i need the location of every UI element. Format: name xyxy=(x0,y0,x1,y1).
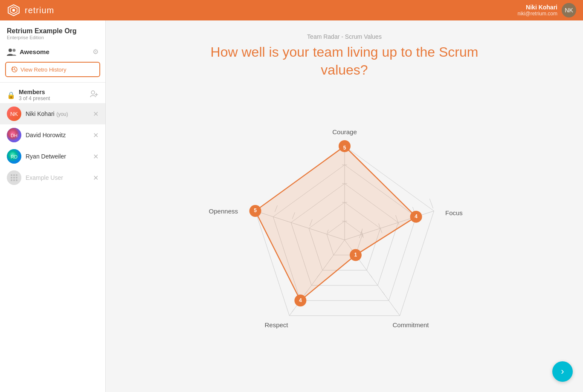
user-name: Niki Kohari xyxy=(517,4,557,11)
avatar xyxy=(7,170,21,185)
header: retrium Niki Kohari niki@retrium.com NK xyxy=(0,0,583,20)
divider xyxy=(0,82,105,83)
member-name-group: Niki Kohari (you) xyxy=(26,110,68,118)
avatar: NK xyxy=(562,3,576,17)
svg-line-46 xyxy=(382,291,385,294)
lock-icon: 🔒 xyxy=(7,91,15,99)
members-left: 🔒 Members 3 of 4 present xyxy=(7,89,50,101)
sidebar: Retrium Example Org Enterprise Edition A… xyxy=(0,20,106,392)
axis-label-respect: Respect xyxy=(264,321,288,329)
member-left: RD Ryan Detweiler xyxy=(7,149,66,164)
member-item[interactable]: DH David Horowitz ✕ xyxy=(0,124,105,146)
team-left: Awesome xyxy=(7,48,49,56)
svg-point-14 xyxy=(16,174,17,176)
svg-point-3 xyxy=(9,49,12,52)
main-title: How well is your team living up to the S… xyxy=(195,43,494,79)
data-label-respect: 4 xyxy=(299,297,302,303)
svg-point-19 xyxy=(13,179,15,181)
remove-member-icon[interactable]: ✕ xyxy=(93,153,99,161)
retro-history-icon xyxy=(11,66,18,73)
svg-line-43 xyxy=(429,199,433,208)
member-name: Ryan Detweiler xyxy=(26,153,66,160)
header-user: Niki Kohari niki@retrium.com NK xyxy=(517,3,576,17)
logo: retrium xyxy=(7,3,54,17)
svg-point-2 xyxy=(12,9,15,12)
members-header: 🔒 Members 3 of 4 present xyxy=(0,84,105,103)
data-label-openness: 5 xyxy=(254,208,257,213)
layout: Retrium Example Org Enterprise Edition A… xyxy=(0,20,583,392)
org-name: Retrium Example Org xyxy=(7,27,99,35)
svg-line-47 xyxy=(394,308,397,311)
team-row: Awesome ⚙ xyxy=(0,43,105,60)
svg-line-45 xyxy=(369,274,372,277)
member-left: DH David Horowitz xyxy=(7,128,66,142)
avatar: DH xyxy=(7,128,21,142)
member-item[interactable]: NK Niki Kohari (you) ✕ xyxy=(0,103,105,124)
main-content: Team Radar - Scrum Values How well is yo… xyxy=(106,20,583,392)
org-edition: Enterprise Edition xyxy=(7,35,99,40)
svg-text:DH: DH xyxy=(11,133,17,138)
members-title: Members xyxy=(19,89,50,95)
data-label-commitment: 1 xyxy=(354,251,357,257)
svg-point-16 xyxy=(13,177,15,179)
members-count: 3 of 4 present xyxy=(19,95,50,101)
members-info: Members 3 of 4 present xyxy=(19,89,50,101)
svg-point-12 xyxy=(11,174,12,176)
svg-point-6 xyxy=(91,91,95,94)
svg-point-18 xyxy=(11,179,12,181)
view-retro-label: View Retro History xyxy=(20,66,66,73)
user-info: Niki Kohari niki@retrium.com xyxy=(517,4,557,17)
data-label-courage: 5 xyxy=(343,145,346,151)
svg-point-20 xyxy=(16,179,17,181)
people-icon xyxy=(7,48,16,56)
add-member-icon[interactable] xyxy=(90,90,99,101)
view-retro-button[interactable]: View Retro History xyxy=(5,62,100,77)
axis-label-commitment: Commitment xyxy=(392,321,429,329)
next-button[interactable]: › xyxy=(552,361,573,382)
avatar: RD xyxy=(7,149,21,164)
svg-line-51 xyxy=(292,308,294,311)
avatar: NK xyxy=(7,107,21,121)
radar-container: 5 4 1 4 5 Courage Focus Co xyxy=(114,87,574,383)
member-left: Example User xyxy=(7,170,63,185)
axis-label-focus: Focus xyxy=(445,209,463,216)
logo-text: retrium xyxy=(25,6,54,15)
next-arrow-icon: › xyxy=(561,366,564,377)
main-subtitle: Team Radar - Scrum Values xyxy=(307,33,382,40)
radar-chart: 5 4 1 4 5 Courage Focus Co xyxy=(212,112,477,359)
gear-icon[interactable]: ⚙ xyxy=(93,48,99,56)
member-name: Niki Kohari xyxy=(26,110,55,117)
user-email: niki@retrium.com xyxy=(517,11,557,17)
member-name: David Horowitz xyxy=(26,132,66,138)
svg-point-17 xyxy=(16,177,17,179)
team-name: Awesome xyxy=(20,48,49,55)
radar-data-polygon xyxy=(255,146,416,300)
logo-icon xyxy=(7,3,20,17)
remove-member-icon[interactable]: ✕ xyxy=(93,174,99,182)
remove-member-icon[interactable]: ✕ xyxy=(93,110,99,118)
org-info: Retrium Example Org Enterprise Edition xyxy=(0,20,105,43)
remove-member-icon[interactable]: ✕ xyxy=(93,131,99,139)
svg-point-15 xyxy=(11,177,12,179)
member-item[interactable]: Example User ✕ xyxy=(0,167,105,188)
svg-point-13 xyxy=(13,174,15,176)
member-name: Example User xyxy=(26,174,63,181)
data-label-focus: 4 xyxy=(415,213,418,219)
radar-group: 5 4 1 4 5 Courage Focus Co xyxy=(209,128,462,329)
member-left: NK Niki Kohari (you) xyxy=(7,107,68,121)
axis-label-courage: Courage xyxy=(332,128,357,135)
member-item[interactable]: RD Ryan Detweiler ✕ xyxy=(0,146,105,167)
axis-label-openness: Openness xyxy=(209,208,238,215)
svg-text:RD: RD xyxy=(11,154,17,159)
svg-point-4 xyxy=(13,49,16,52)
member-you-label: (you) xyxy=(56,111,68,117)
